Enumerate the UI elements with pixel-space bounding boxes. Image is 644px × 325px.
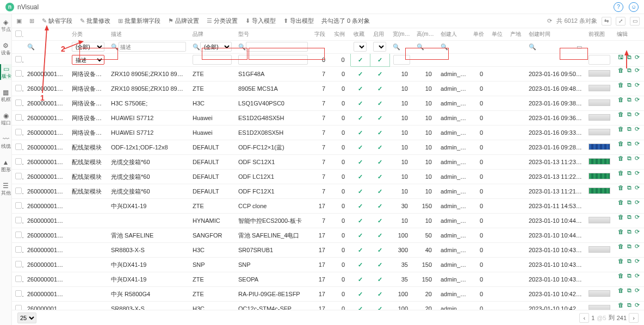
col-14[interactable]: 单位 [488,28,507,40]
delete-icon[interactable]: 🗑 [618,287,624,301]
delete-icon[interactable]: 🗑 [618,258,624,272]
refresh-row-icon[interactable]: ⟳ [635,126,640,140]
delete-icon[interactable]: 🗑 [618,184,624,198]
col-1[interactable] [24,28,69,40]
copy-icon[interactable]: ⧉ [627,287,631,301]
col-10[interactable]: 宽(mm) [389,28,413,40]
col-16[interactable]: 创建时间 [525,28,585,40]
col-12[interactable]: 创建人 [437,28,470,40]
page-size[interactable]: 25 [17,312,36,323]
refresh-row-icon[interactable]: ⟳ [635,243,640,257]
copy-icon[interactable]: ⧉ [627,272,631,286]
edit-category[interactable]: 描述 [72,55,104,65]
table-row[interactable]: 26000000133149SR8803-X-SH3CSR07SRUB1170✓… [12,243,644,258]
cell-fav[interactable]: ✓ [350,96,370,111]
row-checkbox[interactable] [15,114,22,121]
copy-icon[interactable]: ⧉ [627,67,631,81]
filter-desc[interactable] [119,42,186,52]
delete-icon[interactable]: 🗑 [618,199,624,213]
table-row[interactable]: 26000000133152中兴DX41-19ZTECCP clone170✓✓… [12,199,644,214]
toolbar-extra-1[interactable]: ⇆ [602,17,611,26]
copy-icon[interactable]: ⧉ [627,111,631,125]
refresh-row-icon[interactable]: ⟳ [635,155,640,169]
cell-en[interactable]: ✓ [370,140,389,155]
row-checkbox[interactable] [15,143,22,150]
toolbar-btn-4[interactable]: ☰分类设置 [207,17,238,25]
copy-icon[interactable]: ⧉ [627,126,631,140]
copy-icon[interactable]: ⧉ [627,258,631,272]
cell-en[interactable]: ✓ [370,228,389,243]
delete-icon[interactable]: 🗑 [618,111,624,125]
refresh-icon[interactable]: ⟳ [547,17,552,24]
cell-en[interactable]: ✓ [370,184,389,199]
delete-icon[interactable]: 🗑 [618,67,624,81]
refresh-row-icon[interactable]: ⟳ [635,199,640,213]
sidebar-item-0[interactable]: ◈节点 [0,17,11,33]
copy-row-icon[interactable]: ⧉ [627,54,631,66]
refresh-row-icon[interactable]: ⟳ [635,140,640,154]
row-checkbox[interactable] [15,217,22,223]
row-checkbox[interactable] [15,99,22,106]
sidebar-item-6[interactable]: ▲图形 [0,158,11,173]
copy-icon[interactable]: ⧉ [627,228,631,242]
toolbar-btn-2[interactable]: ⊞批量新增字段 [118,17,160,25]
edit-w[interactable] [393,55,411,65]
row-checkbox[interactable] [15,158,22,165]
refresh-row-icon[interactable]: ⟳ [635,184,640,198]
copy-icon[interactable]: ⧉ [627,82,631,96]
edit-model[interactable] [238,55,308,65]
cell-en[interactable]: ✓ [370,199,389,214]
cell-en[interactable]: ✓ [370,111,389,126]
sidebar-item-5[interactable]: 〰线缆 [0,134,11,150]
refresh-row-icon[interactable]: ⟳ [635,258,640,272]
table-row[interactable]: 26000000133156配线架模块光缆交接箱*60DEFAULTODF LC… [12,170,644,184]
delete-icon[interactable]: 🗑 [618,155,624,169]
toolbar-extra-2[interactable]: ⤢ [616,17,626,26]
row-checkbox[interactable] [15,70,22,77]
cell-fav[interactable]: ✓ [350,140,370,155]
delete-icon[interactable]: 🗑 [618,243,624,257]
user-icon[interactable]: ☺ [629,2,639,12]
col-13[interactable]: 单价 [470,28,488,40]
cell-fav[interactable]: ✓ [350,155,370,170]
refresh-row-icon[interactable]: ⟳ [635,214,640,228]
cell-en[interactable]: ✓ [370,96,389,111]
cell-en[interactable]: ✓ [370,82,389,96]
row-checkbox[interactable] [15,246,22,253]
row-checkbox[interactable] [15,202,22,209]
save-icon[interactable]: 🖫 [618,54,624,66]
col-4[interactable]: 品牌 [189,28,235,40]
refresh-row-icon[interactable]: ⟳ [635,272,640,286]
delete-icon[interactable]: 🗑 [618,140,624,154]
col-11[interactable]: 高(mm) [413,28,437,40]
sidebar-item-7[interactable]: ☰其他 [0,181,11,197]
cell-fav[interactable]: ✓ [350,287,370,302]
table-row[interactable]: 26000000133164网络设备模块ZRX10 8905E;ZRX10 89… [12,67,644,82]
row-checkbox[interactable] [15,56,22,62]
col-17[interactable]: 前视图 [585,28,614,40]
cell-fav[interactable]: ✓ [350,82,370,96]
delete-icon[interactable]: 🗑 [618,170,624,184]
sidebar-item-3[interactable]: ▦机框 [0,88,11,103]
row-checkbox[interactable] [15,85,22,91]
col-3[interactable]: 描述 [108,28,189,40]
cell-fav[interactable]: ✓ [350,302,370,310]
copy-icon[interactable]: ⧉ [627,140,631,154]
col-5[interactable]: 型号 [235,28,311,40]
more-row-icon[interactable]: ⟳ [635,54,640,66]
table-row[interactable]: 26000000133163网络设备模块ZRX10 8905E;ZRX10 89… [12,82,644,96]
row-checkbox[interactable] [15,232,22,238]
refresh-row-icon[interactable]: ⟳ [635,170,640,184]
col-0[interactable] [12,28,24,40]
table-row[interactable]: 26000000133160网络设备模块HUAWEI S7712HuaweiES… [12,111,644,126]
col-6[interactable]: 字段 [311,28,331,40]
table-row[interactable]: 26000000133155配线架模块光缆交接箱*60DEFAULTODF FC… [12,184,644,199]
row-checkbox[interactable] [15,290,22,297]
toolbar-btn-0[interactable]: ✎缺省字段 [42,17,72,25]
sidebar-item-4[interactable]: ◉端口 [0,111,11,127]
table-row[interactable]: 26000000133145SR8803-X-SH3COC12c-STM4c-S… [12,302,644,310]
row-checkbox[interactable] [15,129,22,135]
table-row[interactable]: 26000000133159网络设备模块HUAWEI S7712HuaweiES… [12,126,644,140]
cell-fav[interactable]: ✓ [350,126,370,140]
cell-en[interactable]: ✓ [370,214,389,228]
